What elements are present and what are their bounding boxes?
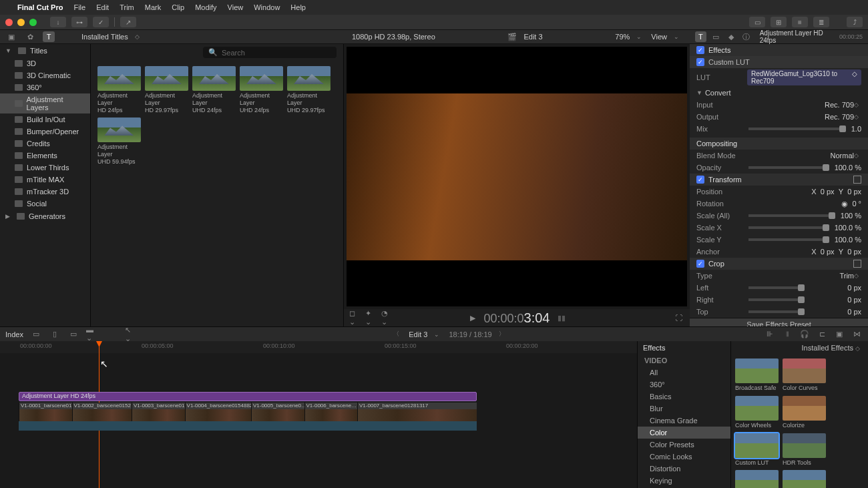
share-button[interactable]: ⤴ [847, 17, 863, 27]
menu-help[interactable]: Help [290, 3, 306, 11]
browser-thumb[interactable]: Adjustment LayerHD 29.97fps [145, 66, 188, 113]
browser-thumb[interactable]: Adjustment LayerUHD 59.94fps [97, 117, 141, 165]
sidebar-head-titles[interactable]: ▼Titles [0, 44, 90, 57]
viewer-canvas[interactable] [347, 47, 687, 306]
sidebar-item[interactable]: mTracker 3D [0, 186, 90, 198]
audio-skim-button[interactable]: ⫴ [781, 329, 793, 340]
select-tool[interactable]: ↖ ⌄ [125, 329, 137, 340]
enhance-tool[interactable]: ✦ ⌄ [365, 312, 377, 323]
titles-icon[interactable]: T [43, 31, 55, 42]
effect-thumb[interactable]: Color Wheels [735, 396, 779, 429]
menu-view[interactable]: View [228, 3, 244, 11]
snap-button[interactable]: ⊏ [816, 329, 828, 340]
save-effects-preset-button[interactable]: Save Effects Preset [690, 318, 868, 326]
effect-thumb[interactable]: Colorize [783, 396, 826, 429]
insp-opacity[interactable]: Opacity100.0 % [690, 162, 868, 174]
timeline-ruler[interactable]: 00:00:00:00 00:00:05:00 00:00:10:00 00:0… [0, 341, 637, 353]
insp-input[interactable]: InputRec. 709 ◇ [690, 99, 868, 111]
transitions-button[interactable]: ⋈ [851, 329, 863, 340]
timeline-clip[interactable]: V1-0002_barscene0152… [72, 403, 132, 421]
connect-clip-button[interactable]: ▭ [30, 329, 42, 340]
play-button[interactable]: ▶ [467, 312, 479, 323]
effects-category[interactable]: All [638, 367, 730, 379]
sidebar-item[interactable]: Bumper/Opener [0, 126, 90, 138]
append-clip-button[interactable]: ▭ [67, 329, 79, 340]
import-button[interactable]: ↓ [50, 17, 66, 27]
effects-category[interactable]: Basics [638, 391, 730, 403]
insp-crop-right[interactable]: Right0 px [690, 294, 868, 306]
browser-thumb[interactable]: Adjustment LayerUHD 24fps [240, 66, 283, 113]
menu-window[interactable]: Window [254, 3, 280, 11]
timeline-toggle[interactable]: ≡ [792, 17, 808, 27]
effects-category[interactable]: Color [638, 427, 730, 439]
library-toggle[interactable]: ▭ [749, 17, 765, 27]
effects-category[interactable]: Color Presets [638, 439, 730, 451]
effect-thumb[interactable]: HDR Tools [783, 433, 826, 467]
timeline-back[interactable]: 〈 [393, 330, 399, 338]
effects-category[interactable]: Keying [638, 475, 730, 487]
inspector-tab-generator[interactable]: ◆ [725, 31, 736, 42]
photos-icon[interactable]: ✿ [24, 31, 36, 42]
menu-trim[interactable]: Trim [120, 3, 134, 11]
browser-title-menu[interactable]: ◇ [135, 33, 140, 40]
insp-mix[interactable]: Mix1.0 [690, 123, 868, 135]
menu-edit[interactable]: Edit [96, 3, 109, 11]
insp-crop-top[interactable]: Top0 px [690, 306, 868, 318]
sidebar-head-generators[interactable]: ▶Generators [0, 210, 90, 223]
insert-clip-button[interactable]: ▯ [49, 329, 61, 340]
timeline[interactable]: 00:00:00:00 00:00:05:00 00:00:10:00 00:0… [0, 341, 638, 488]
effect-thumb[interactable] [735, 470, 779, 488]
overwrite-clip-button[interactable]: ▬ ⌄ [86, 329, 98, 340]
timeline-project[interactable]: Edit 3 [409, 330, 427, 338]
solo-button[interactable]: 🎧 [799, 329, 811, 340]
library-icon[interactable]: ▣ [5, 31, 17, 42]
effect-thumb[interactable]: Color Curves [783, 358, 826, 392]
browser-thumb[interactable]: Adjustment LayerUHD 29.97fps [287, 66, 331, 113]
insp-crop-left[interactable]: Left0 px [690, 282, 868, 294]
insp-anchor[interactable]: AnchorX 0 px Y 0 px [690, 246, 868, 258]
menu-modify[interactable]: Modify [195, 3, 216, 11]
retime-tool[interactable]: ◔ ⌄ [381, 312, 393, 323]
inspector-toggle[interactable]: ≣ [813, 17, 829, 27]
sidebar-item[interactable]: Elements [0, 150, 90, 162]
view-menu[interactable]: View [651, 33, 667, 41]
sidebar-item[interactable]: Adjustment Layers [0, 93, 90, 113]
effects-browser-button[interactable]: ▣ [833, 329, 845, 340]
insp-transform-head[interactable]: ✓Transform [690, 174, 868, 186]
timeline-index-button[interactable]: Index [5, 330, 23, 338]
insp-crop-type[interactable]: TypeTrim ◇ [690, 270, 868, 282]
effects-category[interactable]: Blur [638, 403, 730, 415]
menu-file[interactable]: File [73, 3, 85, 11]
insp-convert[interactable]: ▼Convert [690, 87, 868, 99]
audio-track[interactable] [19, 421, 477, 431]
inspector-tab-info[interactable]: ⓘ [740, 31, 752, 42]
insp-scale-x[interactable]: Scale X100.0 % [690, 222, 868, 234]
menu-app[interactable]: Final Cut Pro [17, 3, 63, 11]
timeline-clip[interactable]: V1-0005_barscene0… [251, 403, 304, 421]
fullscreen-button[interactable]: ⛶ [672, 312, 684, 323]
installed-effects-menu[interactable]: Installed Effects [801, 344, 853, 352]
sidebar-item[interactable]: Social [0, 198, 90, 210]
browser-search[interactable]: 🔍 Search [203, 47, 337, 58]
insp-crop-head[interactable]: ✓Crop [690, 258, 868, 270]
insp-scale-all[interactable]: Scale (All)100 % [690, 210, 868, 222]
inspector-tab-text[interactable]: T [695, 31, 706, 42]
effects-category[interactable]: 360° [638, 379, 730, 391]
crop-reticle-icon[interactable] [853, 260, 861, 268]
browser-toggle[interactable]: ⊞ [771, 17, 787, 27]
timeline-fwd[interactable]: 〉 [499, 330, 505, 338]
timeline-clip[interactable]: V1-0003_barscene01… [132, 403, 185, 421]
transform-tool[interactable]: ◻ ⌄ [349, 312, 361, 323]
menu-clip[interactable]: Clip [172, 3, 184, 11]
browser-thumb[interactable]: Adjustment LayerUHD 24fps [192, 66, 236, 113]
insp-blend[interactable]: Blend ModeNormal ◇ [690, 150, 868, 162]
minimize-button[interactable] [17, 19, 25, 26]
sidebar-item[interactable]: 3D Cinematic [0, 69, 90, 81]
sidebar-item[interactable]: mTitle MAX [0, 174, 90, 186]
arrow-tool[interactable]: ↗ [120, 17, 136, 27]
insp-rotation[interactable]: Rotation◉ 0 ° [690, 198, 868, 210]
sidebar-item[interactable]: 3D [0, 57, 90, 69]
insp-position[interactable]: PositionX 0 px Y 0 px [690, 186, 868, 198]
zoom-level[interactable]: 79% [615, 33, 630, 41]
title-clip[interactable]: Adjustment Layer HD 24fps [19, 392, 477, 401]
